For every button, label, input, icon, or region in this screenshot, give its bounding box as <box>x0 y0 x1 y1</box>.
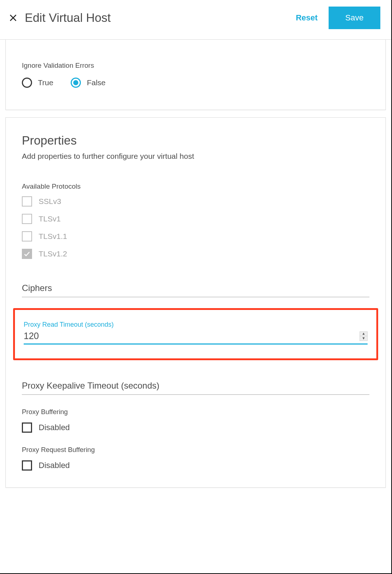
ciphers-input[interactable] <box>22 281 369 297</box>
properties-subheading: Add properties to further configure your… <box>22 152 369 161</box>
proxy-read-timeout-highlight: Proxy Read Timeout (seconds) ▲ ▼ <box>13 308 378 360</box>
protocol-tlsv1[interactable]: TLSv1 <box>22 214 369 224</box>
protocol-sslv3[interactable]: SSLv3 <box>22 196 369 207</box>
radio-off-icon <box>22 78 32 88</box>
checkbox-unchecked-icon <box>22 460 32 471</box>
radio-on-icon <box>71 78 81 88</box>
protocol-tlsv11[interactable]: TLSv1.1 <box>22 231 369 241</box>
close-icon[interactable] <box>8 13 18 23</box>
proxy-buffering-block: Proxy Buffering Disabled <box>22 408 369 433</box>
ignore-validation-label: Ignore Validation Errors <box>22 62 369 70</box>
proxy-read-timeout-label: Proxy Read Timeout (seconds) <box>24 321 368 329</box>
proxy-read-timeout-input[interactable] <box>24 331 360 341</box>
properties-card: Properties Add properties to further con… <box>5 117 386 488</box>
header-actions: Reset Save <box>296 7 380 29</box>
proxy-read-timeout-field: ▲ ▼ <box>24 331 368 345</box>
available-protocols-label: Available Protocols <box>22 182 369 190</box>
number-stepper: ▲ ▼ <box>360 331 368 341</box>
radio-true[interactable]: True <box>22 78 53 88</box>
stepper-up-icon[interactable]: ▲ <box>360 332 367 336</box>
content-area: Ignore Validation Errors True False Prop… <box>0 40 391 494</box>
save-button[interactable]: Save <box>329 7 380 29</box>
ciphers-field <box>22 281 369 297</box>
checkbox-checked-icon <box>22 249 32 259</box>
checkbox-unchecked-icon <box>22 196 32 207</box>
checkbox-unchecked-icon <box>22 214 32 224</box>
proxy-keepalive-field <box>22 378 369 395</box>
protocol-tlsv12[interactable]: TLSv1.2 <box>22 249 369 259</box>
protocol-label: TLSv1.1 <box>39 232 67 241</box>
properties-heading: Properties <box>22 134 369 148</box>
proxy-keepalive-input[interactable] <box>22 378 369 395</box>
dialog-title: Edit Virtual Host <box>25 11 296 25</box>
proxy-buffering-checkbox[interactable]: Disabled <box>22 422 369 433</box>
radio-true-label: True <box>38 78 53 87</box>
dialog-header: Edit Virtual Host Reset Save <box>0 0 391 40</box>
checkbox-unchecked-icon <box>22 422 32 433</box>
protocol-label: TLSv1.2 <box>39 249 67 258</box>
protocol-label: TLSv1 <box>39 215 61 223</box>
protocols-list: SSLv3 TLSv1 TLSv1.1 TLSv1.2 <box>22 196 369 259</box>
radio-false-label: False <box>87 78 105 87</box>
proxy-buffering-label: Proxy Buffering <box>22 408 369 416</box>
ignore-validation-radio-group: True False <box>22 78 369 88</box>
proxy-request-buffering-label: Proxy Request Buffering <box>22 446 369 454</box>
proxy-request-buffering-block: Proxy Request Buffering Disabled <box>22 446 369 471</box>
checkbox-unchecked-icon <box>22 231 32 241</box>
protocol-label: SSLv3 <box>39 197 61 206</box>
radio-false[interactable]: False <box>71 78 105 88</box>
reset-button[interactable]: Reset <box>296 13 318 23</box>
validation-card: Ignore Validation Errors True False <box>5 40 386 110</box>
stepper-down-icon[interactable]: ▼ <box>360 336 367 341</box>
proxy-buffering-option-label: Disabled <box>39 423 70 432</box>
proxy-request-buffering-option-label: Disabled <box>39 461 70 470</box>
proxy-request-buffering-checkbox[interactable]: Disabled <box>22 460 369 471</box>
